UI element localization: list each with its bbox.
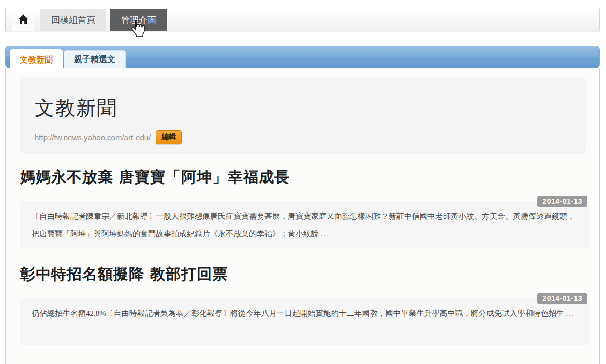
tab-edu-news[interactable]: 文教新聞 xyxy=(10,49,63,71)
feed-meta-row: http://tw.news.yahoo.com/art-edu/ 編輯 xyxy=(35,130,571,144)
tab-label: 文教新聞 xyxy=(20,55,53,66)
back-to-module-home-button[interactable]: 回模組首頁 xyxy=(40,9,106,31)
article-excerpt-box: 2014-01-13 仍佔總招生名額42.8%〔自由時報記者吳為恭／彰化報導〕將… xyxy=(20,298,589,345)
page: 回模組首頁 管理介面 文教新聞 親子精選文 文教新聞 http://tw.new… xyxy=(0,0,606,364)
article-title[interactable]: 彰中特招名額擬降 教部打回票 xyxy=(20,264,586,285)
article-excerpt: 仍佔總招生名額42.8%〔自由時報記者吳為恭／彰化報導〕將從今年八月一日起開始實… xyxy=(32,305,578,322)
tabbar-background: 文教新聞 親子精選文 xyxy=(5,46,600,68)
admin-interface-button[interactable]: 管理介面 xyxy=(110,9,167,31)
tab-strip: 文教新聞 親子精選文 xyxy=(5,46,600,68)
home-button[interactable] xyxy=(12,10,34,31)
feed-url: http://tw.news.yahoo.com/art-edu/ xyxy=(35,133,151,142)
excerpt-text: 〔自由時報記者陳韋宗／新北報導〕一般人很難想像唐氏症寶寶需要甚麼，唐寶寶家庭又面… xyxy=(32,212,575,238)
date-badge: 2014-01-13 xyxy=(537,196,587,207)
article-title[interactable]: 媽媽永不放棄 唐寶寶「阿坤」幸福成長 xyxy=(20,167,586,188)
home-icon xyxy=(18,14,29,26)
feed-header-box: 文教新聞 http://tw.news.yahoo.com/art-edu/ 編… xyxy=(20,77,586,154)
edit-button[interactable]: 編輯 xyxy=(156,130,182,144)
date-badge: 2014-01-13 xyxy=(537,293,587,304)
tab-label: 親子精選文 xyxy=(74,54,115,65)
article-excerpt: 〔自由時報記者陳韋宗／新北報導〕一般人很難想像唐氏症寶寶需要甚麼，唐寶寶家庭又面… xyxy=(32,207,578,242)
tab-content-panel: 文教新聞 http://tw.news.yahoo.com/art-edu/ 編… xyxy=(5,68,600,364)
more-ellipsis[interactable]: ... xyxy=(566,309,575,317)
excerpt-text: 仍佔總招生名額42.8%〔自由時報記者吳為恭／彰化報導〕將從今年八月一日起開始實… xyxy=(32,309,564,317)
tab-parenting-picks[interactable]: 親子精選文 xyxy=(64,50,126,68)
more-ellipsis[interactable]: ... xyxy=(321,230,330,238)
article-excerpt-box: 2014-01-13 〔自由時報記者陳韋宗／新北報導〕一般人很難想像唐氏症寶寶需… xyxy=(20,201,589,248)
feed-title: 文教新聞 xyxy=(35,95,571,122)
top-navbar: 回模組首頁 管理介面 xyxy=(5,8,600,32)
